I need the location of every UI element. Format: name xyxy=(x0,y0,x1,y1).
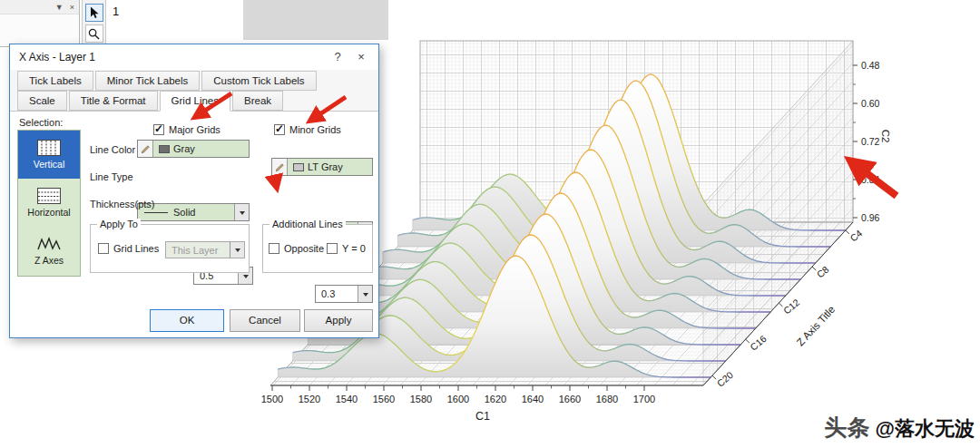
x-tick-label: 1520 xyxy=(299,394,320,404)
cancel-button[interactable]: Cancel xyxy=(230,309,300,332)
z-tick-label: C20 xyxy=(714,369,735,389)
y0-checkbox[interactable]: Y = 0 xyxy=(327,243,366,254)
thickness-value: 0.3 xyxy=(321,288,335,299)
tab-row-1: Tick Labels Minor Tick Labels Custom Tic… xyxy=(17,71,318,91)
checkbox-label: Opposite xyxy=(284,243,324,254)
close-icon[interactable]: × xyxy=(70,3,74,12)
right-axis-tick-label: 0.84 xyxy=(861,174,880,185)
x-tick-label: 1560 xyxy=(373,394,395,404)
right-axis-tick-label: 0.48 xyxy=(861,60,880,71)
zoom-tool-button[interactable] xyxy=(85,24,103,43)
selection-label: Selection: xyxy=(19,117,63,128)
right-axis-title: C2 xyxy=(880,130,891,143)
right-axis-tick-label: 0.60 xyxy=(861,98,880,109)
tab-custom-tick-labels[interactable]: Custom Tick Labels xyxy=(201,71,316,91)
minor-line-color-control[interactable]: LT Gray xyxy=(271,158,373,176)
checkbox-label: Y = 0 xyxy=(342,243,366,254)
layer-value: This Layer xyxy=(172,245,218,256)
checkbox-icon xyxy=(153,124,164,135)
help-button[interactable]: ? xyxy=(329,49,346,65)
lt-gray-color-swatch xyxy=(293,163,304,171)
magnifier-icon xyxy=(88,28,100,40)
checkbox-label: Minor Grids xyxy=(289,124,341,135)
tab-grid-lines[interactable]: Grid Lines xyxy=(160,91,230,112)
pointer-tool-button[interactable] xyxy=(85,4,103,22)
close-button[interactable]: × xyxy=(353,49,369,65)
watermark-brand: 头条 xyxy=(825,413,870,443)
x-tick-label: 1580 xyxy=(410,394,432,404)
solid-line-glyph xyxy=(144,212,168,213)
apply-grid-lines-checkbox[interactable]: Grid Lines xyxy=(98,243,159,254)
selection-item-label: Vertical xyxy=(34,159,64,170)
x-tick-label: 1620 xyxy=(485,394,506,404)
x-axis-dialog: X Axis - Layer 1 ? × Tick Labels Minor T… xyxy=(9,44,379,338)
group-title: Additional Lines xyxy=(270,219,346,229)
vertical-grid-icon xyxy=(37,140,61,156)
group-title: Apply To xyxy=(97,219,141,229)
dialog-title: X Axis - Layer 1 xyxy=(19,51,95,63)
pencil-icon[interactable] xyxy=(138,141,153,157)
selection-item-label: Horizontal xyxy=(27,207,70,218)
apply-button[interactable]: Apply xyxy=(304,309,373,332)
checkbox-label: Major Grids xyxy=(169,124,220,135)
dialog-titlebar[interactable]: X Axis - Layer 1 ? × xyxy=(10,44,378,70)
pencil-icon[interactable] xyxy=(272,159,288,175)
watermark-handle: @落水无波 xyxy=(876,415,975,443)
line-color-label: Line Color xyxy=(90,144,135,155)
tab-minor-tick-labels[interactable]: Minor Tick Labels xyxy=(95,71,200,91)
horizontal-grid-icon xyxy=(37,188,61,204)
selection-listbox[interactable]: Vertical Horizontal Z Axes xyxy=(17,130,81,277)
apply-to-group: Apply To Grid Lines This Layer xyxy=(90,224,250,273)
opposite-checkbox[interactable]: Opposite xyxy=(269,243,324,254)
tab-scale[interactable]: Scale xyxy=(17,91,67,111)
gray-color-swatch xyxy=(159,145,170,153)
minor-grids-checkbox[interactable]: Minor Grids xyxy=(274,124,341,135)
this-layer-select: This Layer xyxy=(165,241,245,258)
selection-item-vertical[interactable]: Vertical xyxy=(18,131,80,179)
checkbox-icon xyxy=(274,124,285,135)
checkbox-icon xyxy=(327,243,338,254)
selection-item-horizontal[interactable]: Horizontal xyxy=(18,179,80,227)
line-type-value: Solid xyxy=(173,207,195,218)
x-tick-label: 1540 xyxy=(336,394,358,404)
z-tick-label: C8 xyxy=(815,264,831,280)
right-axis-tick-label: 0.96 xyxy=(861,212,880,223)
line-color-value: Gray xyxy=(173,143,195,154)
graph-window-label: 1 xyxy=(113,5,119,18)
checkbox-icon xyxy=(98,243,109,254)
chevron-down-icon[interactable] xyxy=(358,286,372,302)
x-tick-label: 1640 xyxy=(522,394,544,404)
checkbox-label: Grid Lines xyxy=(113,243,159,254)
thickness-label: Thickness(pts) xyxy=(90,199,155,209)
docked-panel: ▼ × xyxy=(0,0,80,47)
checkbox-icon xyxy=(269,243,279,254)
x-tick-label: 1680 xyxy=(596,394,618,404)
line-type-label: Line Type xyxy=(90,171,133,182)
x-tick-label: 1500 xyxy=(261,394,283,404)
z-tick-label: C4 xyxy=(848,228,864,244)
major-grids-checkbox[interactable]: Major Grids xyxy=(153,124,220,135)
major-line-color-control[interactable]: Gray xyxy=(137,140,250,158)
tab-break[interactable]: Break xyxy=(232,91,283,111)
chevron-down-icon xyxy=(230,242,244,258)
chevron-down-icon[interactable] xyxy=(234,204,249,220)
cursor-arrow-icon xyxy=(89,6,100,19)
chevron-down-icon[interactable]: ▼ xyxy=(55,3,64,12)
ok-button[interactable]: OK xyxy=(150,309,224,332)
minor-thickness-combo[interactable]: 0.3 xyxy=(315,285,373,303)
z-axis-title: Z Axis Title xyxy=(795,304,838,348)
selection-item-z-axes[interactable]: Z Axes xyxy=(18,227,80,275)
z-tick-label: C12 xyxy=(781,297,802,317)
x-tick-label: 1700 xyxy=(633,394,655,404)
waveform-icon xyxy=(37,236,61,252)
x-tick-label: 1600 xyxy=(447,394,469,404)
tab-title-format[interactable]: Title & Format xyxy=(69,91,158,111)
tab-tick-labels[interactable]: Tick Labels xyxy=(17,71,93,91)
additional-lines-group: Additional Lines Opposite Y = 0 xyxy=(262,224,373,273)
tab-row-2: Scale Title & Format Grid Lines Break xyxy=(17,91,285,112)
selection-item-label: Z Axes xyxy=(34,255,64,266)
x-tick-label: 1660 xyxy=(559,394,581,404)
z-tick-label: C16 xyxy=(748,333,769,353)
x-axis-title: C1 xyxy=(475,410,490,423)
right-axis-tick-label: 0.72 xyxy=(861,136,880,147)
